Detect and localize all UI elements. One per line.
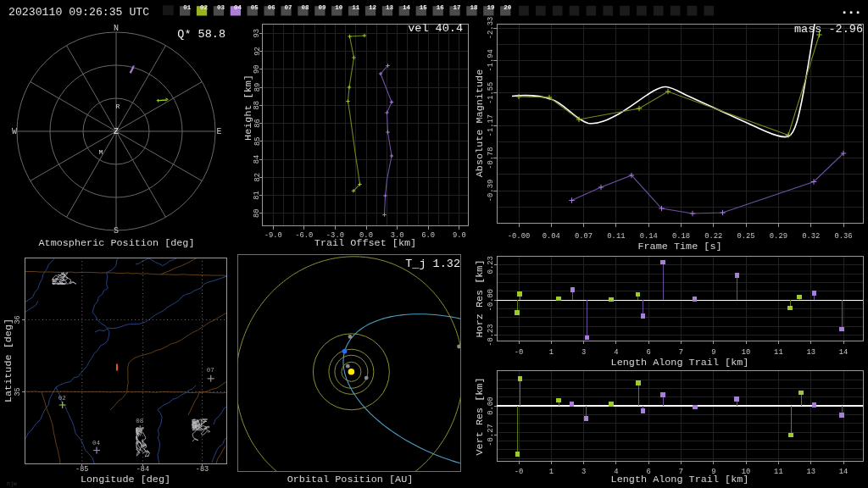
svg-text:Longitude [deg]: Longitude [deg]: [81, 474, 170, 485]
svg-text:07: 07: [207, 367, 214, 374]
svg-text:-0.23: -0.23: [487, 324, 495, 346]
svg-text:14: 14: [403, 4, 411, 11]
svg-text:T_j 1.32: T_j 1.32: [405, 258, 460, 270]
svg-text:0.07: 0.07: [575, 232, 593, 241]
svg-text:09: 09: [318, 4, 326, 11]
svg-text:04: 04: [234, 4, 242, 11]
svg-text:6: 6: [647, 348, 651, 357]
svg-text:20230110 09:26:35 UTC: 20230110 09:26:35 UTC: [8, 6, 149, 19]
svg-text:14: 14: [839, 348, 849, 357]
svg-text:R: R: [116, 103, 120, 110]
svg-text:10: 10: [742, 348, 751, 357]
svg-text:-0.00: -0.00: [508, 232, 530, 241]
svg-text:11: 11: [774, 348, 783, 357]
svg-text:1: 1: [549, 468, 554, 476]
svg-text:-83: -83: [196, 465, 209, 474]
svg-text:20: 20: [504, 4, 512, 11]
svg-text:10: 10: [335, 4, 343, 11]
svg-text:-0: -0: [515, 348, 524, 357]
svg-text:01: 01: [183, 4, 192, 11]
svg-text:Horz Res [km]: Horz Res [km]: [474, 259, 486, 337]
svg-text:Length Along Trail [km]: Length Along Trail [km]: [611, 357, 749, 369]
svg-text:4: 4: [614, 348, 618, 357]
svg-text:0.18: 0.18: [672, 232, 690, 241]
svg-text:36: 36: [14, 315, 22, 324]
svg-text:05: 05: [251, 4, 259, 11]
svg-text:-84: -84: [136, 465, 149, 474]
svg-text:13: 13: [386, 4, 394, 11]
svg-text:19: 19: [487, 4, 495, 11]
svg-text:-9.0: -9.0: [264, 231, 282, 240]
svg-text:Length Along Trail [km]: Length Along Trail [km]: [611, 474, 749, 485]
svg-text:0.29: 0.29: [770, 232, 787, 241]
svg-text:-0.27: -0.27: [487, 424, 495, 446]
svg-text:0.22: 0.22: [704, 232, 722, 241]
svg-text:12: 12: [369, 4, 377, 11]
svg-text:35: 35: [14, 387, 22, 396]
svg-text:0.04: 0.04: [542, 232, 560, 241]
svg-text:Frame Time [s]: Frame Time [s]: [637, 241, 721, 252]
svg-text:0.00: 0.00: [487, 397, 495, 415]
svg-text:E: E: [216, 127, 221, 136]
svg-text:7: 7: [679, 348, 683, 357]
svg-text:0.32: 0.32: [802, 232, 820, 241]
svg-text:Q* 58.8: Q* 58.8: [177, 28, 225, 41]
svg-text:-6.0: -6.0: [295, 231, 313, 240]
svg-text:06: 06: [268, 4, 276, 11]
svg-text:04: 04: [92, 440, 101, 446]
svg-text:Absolute Magnitude: Absolute Magnitude: [474, 69, 486, 177]
svg-text:02: 02: [200, 4, 209, 11]
svg-text:17: 17: [453, 4, 461, 11]
svg-text:Atmospheric Position [deg]: Atmospheric Position [deg]: [38, 237, 194, 249]
svg-text:vel 40.4: vel 40.4: [408, 22, 463, 35]
svg-text:14: 14: [839, 468, 849, 476]
svg-text:S: S: [114, 226, 119, 236]
svg-text:9.0: 9.0: [453, 231, 466, 240]
svg-text:0.36: 0.36: [834, 232, 852, 241]
svg-text:13: 13: [806, 348, 815, 357]
svg-text:M: M: [99, 148, 103, 156]
svg-text:15: 15: [420, 4, 428, 11]
svg-text:0.25: 0.25: [737, 232, 755, 241]
svg-text:3: 3: [581, 348, 586, 357]
svg-text:0.14: 0.14: [640, 232, 658, 241]
svg-text:11: 11: [352, 4, 360, 11]
svg-text:1: 1: [549, 348, 554, 357]
svg-text:18: 18: [470, 4, 478, 11]
svg-text:11: 11: [774, 468, 783, 476]
svg-text:16: 16: [437, 4, 445, 11]
svg-text:03: 03: [217, 4, 225, 11]
svg-text:07: 07: [285, 4, 292, 11]
svg-text:W: W: [12, 127, 17, 136]
svg-text:08: 08: [136, 418, 143, 424]
svg-text:N: N: [114, 24, 119, 33]
svg-text:njw: njw: [7, 481, 17, 487]
svg-text:mass -2.96: mass -2.96: [794, 23, 863, 36]
svg-text:Vert Res [km]: Vert Res [km]: [474, 377, 486, 455]
svg-text:-0: -0: [515, 468, 524, 476]
svg-text:13: 13: [806, 468, 815, 476]
svg-text:0.23: 0.23: [487, 256, 495, 274]
svg-text:Z: Z: [114, 127, 119, 136]
svg-text:Latitude [deg]: Latitude [deg]: [3, 319, 14, 402]
svg-text:-0.00: -0.00: [487, 289, 495, 311]
svg-text:08: 08: [301, 4, 309, 11]
svg-text:-85: -85: [75, 465, 88, 474]
svg-text:9: 9: [711, 348, 715, 357]
svg-text:3: 3: [581, 468, 586, 476]
svg-text:Trail Offset [km]: Trail Offset [km]: [314, 237, 416, 249]
svg-text:Orbital Position [AU]: Orbital Position [AU]: [287, 474, 414, 485]
svg-text:02: 02: [58, 395, 66, 402]
svg-text:6.0: 6.0: [421, 231, 435, 240]
svg-text:0.11: 0.11: [607, 232, 625, 241]
svg-text:Height [km]: Height [km]: [242, 75, 254, 141]
